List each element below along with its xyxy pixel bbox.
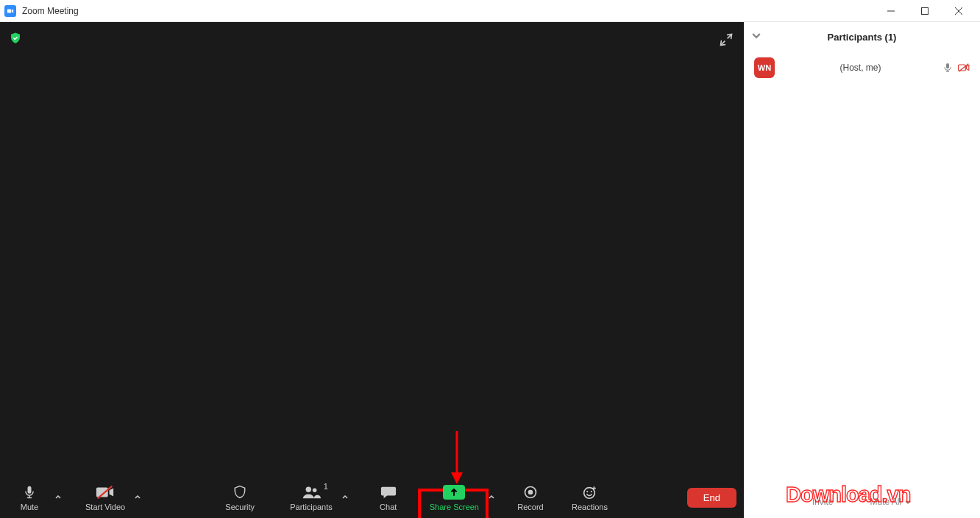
share-screen-button[interactable]: Share Screen <box>424 480 485 514</box>
security-shield-icon[interactable] <box>9 31 22 46</box>
mic-status-icon <box>942 62 954 74</box>
meeting-toolbar: Mute Start Video Security <box>0 477 744 518</box>
chat-icon <box>380 483 397 501</box>
minimize-button[interactable] <box>874 0 908 22</box>
svg-point-16 <box>587 491 589 492</box>
reactions-icon <box>581 483 597 501</box>
titlebar: Zoom Meeting <box>0 0 980 22</box>
record-button[interactable]: Record <box>508 480 553 514</box>
invite-button[interactable]: Invite <box>812 497 834 507</box>
participants-button[interactable]: 1 Participants <box>284 480 338 514</box>
participant-role-label: (Host, me) <box>784 63 937 73</box>
svg-point-17 <box>591 491 592 492</box>
security-label: Security <box>225 503 255 511</box>
microphone-icon <box>22 483 37 501</box>
svg-point-12 <box>313 488 317 492</box>
share-options-chevron[interactable] <box>485 494 498 501</box>
participants-panel: Participants (1) WN (Host, me) Invite Mu… <box>744 22 980 518</box>
shield-icon <box>232 483 247 501</box>
mute-label: Mute <box>21 503 38 511</box>
participants-options-chevron[interactable] <box>338 494 352 501</box>
panel-header: Participants (1) <box>744 22 980 52</box>
record-icon <box>523 483 538 501</box>
participants-count-badge: 1 <box>324 482 328 491</box>
video-area: Mute Start Video Security <box>0 22 744 518</box>
share-screen-icon <box>443 483 465 501</box>
participants-label: Participants <box>290 503 332 511</box>
start-video-label: Start Video <box>85 503 125 511</box>
end-button[interactable]: End <box>687 488 736 508</box>
record-label: Record <box>517 503 543 511</box>
svg-rect-18 <box>959 65 966 71</box>
collapse-chevron-icon[interactable] <box>751 30 761 43</box>
video-off-icon <box>96 483 115 501</box>
reactions-label: Reactions <box>572 503 608 511</box>
chat-label: Chat <box>380 503 397 511</box>
close-button[interactable] <box>942 0 976 22</box>
share-screen-label: Share Screen <box>430 503 479 511</box>
chat-button[interactable]: Chat <box>366 480 411 514</box>
maximize-button[interactable] <box>908 0 942 22</box>
avatar: WN <box>754 57 775 78</box>
svg-rect-0 <box>7 9 11 13</box>
video-options-chevron[interactable] <box>131 494 144 501</box>
reactions-button[interactable]: Reactions <box>566 480 614 514</box>
mute-options-chevron[interactable] <box>52 494 65 501</box>
window-controls <box>874 0 976 22</box>
participant-row[interactable]: WN (Host, me) <box>744 52 980 84</box>
svg-rect-2 <box>922 7 928 14</box>
video-status-off-icon <box>958 62 970 74</box>
fullscreen-icon[interactable] <box>719 32 734 47</box>
participants-icon: 1 <box>302 483 321 501</box>
svg-point-14 <box>528 490 533 495</box>
panel-title: Participants (1) <box>828 32 897 43</box>
security-button[interactable]: Security <box>218 480 262 514</box>
svg-point-11 <box>306 487 311 492</box>
window-title: Zoom Meeting <box>22 6 79 16</box>
panel-footer: Invite Mute All <box>744 486 980 518</box>
start-video-button[interactable]: Start Video <box>79 480 131 514</box>
mute-all-button[interactable]: Mute All <box>870 497 912 507</box>
zoom-app-icon <box>4 5 16 17</box>
mute-button[interactable]: Mute <box>7 480 52 514</box>
chevron-down-icon <box>904 498 912 505</box>
svg-point-15 <box>584 488 595 499</box>
